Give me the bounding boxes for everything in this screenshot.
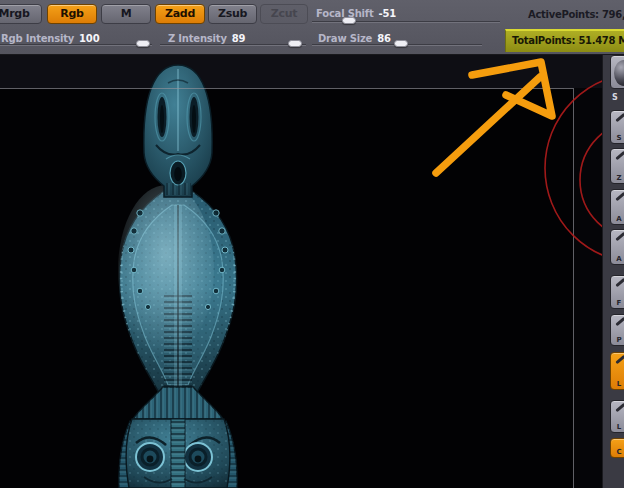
tool-preview-button[interactable] [610, 55, 624, 89]
m-button[interactable]: M [101, 4, 151, 24]
edit-mode-button[interactable]: C [610, 438, 624, 458]
local-button[interactable]: L [610, 352, 624, 390]
right-shelf: S S Z A A F P L L [602, 55, 624, 488]
magnifier-icon [615, 151, 624, 160]
mrgb-button[interactable]: Mrgb [0, 4, 42, 24]
app-window: Mrgb Rgb M Zadd Zsub Zcut Focal Shift-51… [0, 0, 624, 488]
focal-shift-label: Focal Shift-51 [316, 8, 396, 19]
document-right-edge [573, 88, 574, 488]
z-intensity-label: Z Intensity89 [168, 33, 245, 44]
material-sphere-icon [614, 60, 624, 86]
rgb-button[interactable]: Rgb [47, 4, 97, 24]
canvas-outside-area-right [574, 88, 602, 488]
local-pivot-icon [615, 355, 624, 364]
sculpture-3d-model[interactable] [88, 55, 268, 488]
persp-button[interactable]: P [610, 314, 624, 346]
frame-button[interactable]: F [610, 275, 624, 309]
frame-icon [615, 278, 624, 287]
rgb-intensity-track[interactable] [0, 44, 152, 46]
draw-size-label: Draw Size86 [318, 33, 391, 44]
zcut-button: Zcut [260, 4, 308, 24]
focal-shift-handle[interactable] [342, 17, 356, 24]
document-canvas[interactable] [0, 55, 624, 488]
rgb-intensity-handle[interactable] [136, 40, 150, 47]
aahalf-icon [615, 232, 624, 241]
scroll-icon [615, 113, 624, 122]
total-points-highlight: TotalPoints: 51.478 Mil [505, 29, 624, 52]
scroll-button[interactable]: S [610, 110, 624, 144]
aahalf-button[interactable]: A [610, 229, 624, 265]
zsub-button[interactable]: Zsub [208, 4, 257, 24]
actual-size-icon [615, 192, 624, 201]
document-top-edge [0, 88, 573, 89]
total-points-stat: TotalPoints: 51.478 Mil [506, 31, 624, 46]
perspective-icon [615, 317, 624, 326]
top-shelf: Mrgb Rgb M Zadd Zsub Zcut Focal Shift-51… [0, 0, 624, 55]
draw-size-handle[interactable] [394, 40, 408, 47]
actual-size-button[interactable]: A [610, 189, 624, 225]
zadd-button[interactable]: Zadd [155, 4, 205, 24]
symmetry-arrow-icon [615, 403, 624, 412]
zoom-button[interactable]: Z [610, 148, 624, 184]
z-intensity-handle[interactable] [288, 40, 302, 47]
rgb-intensity-label: Rgb Intensity100 [1, 33, 99, 44]
focal-shift-track[interactable] [312, 21, 500, 23]
active-points-stat: ActivePoints: 796,162 [528, 9, 624, 20]
shelf-top-label: S [612, 93, 618, 102]
lsym-button[interactable]: L [610, 400, 624, 433]
z-intensity-track[interactable] [160, 44, 306, 46]
